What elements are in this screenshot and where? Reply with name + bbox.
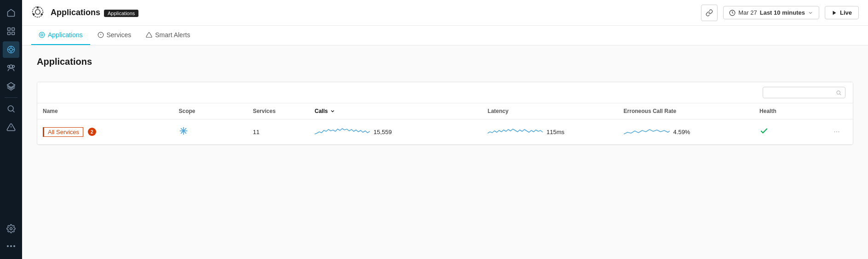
svg-line-35 — [839, 94, 840, 95]
calls-value: 15,559 — [374, 129, 392, 135]
svg-point-4 — [10, 48, 13, 51]
svg-point-20 — [10, 245, 12, 247]
more-icon[interactable] — [3, 238, 19, 254]
svg-point-21 — [13, 245, 15, 247]
svg-rect-3 — [12, 32, 15, 35]
svg-rect-2 — [8, 32, 11, 35]
tab-smart-alerts[interactable]: Smart Alerts — [138, 26, 197, 45]
nav-area: Applications Services Smart Alerts — [22, 26, 868, 45]
health-check-icon — [759, 128, 769, 137]
time-date: Mar 27 — [738, 9, 757, 16]
svg-rect-0 — [8, 28, 11, 31]
svg-point-19 — [7, 245, 9, 247]
agent-icon[interactable] — [3, 60, 19, 76]
cell-name: All Services 2 — [37, 119, 173, 145]
nav-tabs: Applications Services Smart Alerts — [31, 26, 859, 45]
table-header-row: Name Scope Services Calls — [37, 103, 853, 119]
row-more-button[interactable]: ··· — [834, 128, 839, 135]
tab-services[interactable]: Services — [90, 26, 139, 45]
cell-health — [754, 119, 828, 145]
page-header: Applications Applications Mar 27 Last 10… — [22, 0, 868, 26]
apps-tab-icon — [39, 32, 45, 38]
col-header-scope: Scope — [173, 103, 247, 119]
svg-point-30 — [39, 32, 45, 38]
svg-point-24 — [37, 6, 39, 8]
live-button[interactable]: Live — [825, 6, 859, 19]
tab-services-label: Services — [107, 31, 132, 39]
cell-services: 11 — [247, 119, 309, 145]
content-area: Applications Name S — [22, 45, 868, 259]
copy-link-button[interactable] — [701, 5, 718, 21]
applications-table-container: Name Scope Services Calls — [37, 82, 853, 145]
svg-line-15 — [13, 111, 15, 113]
svg-point-12 — [8, 65, 10, 68]
tab-applications[interactable]: Applications — [31, 26, 90, 45]
svg-point-26 — [33, 13, 34, 15]
sort-down-icon — [330, 108, 335, 114]
tab-smart-alerts-label: Smart Alerts — [155, 31, 190, 39]
table-row: All Services 2 — [37, 119, 853, 145]
search-box[interactable] — [763, 87, 845, 98]
layers-icon[interactable] — [3, 78, 19, 95]
settings-icon[interactable] — [3, 220, 19, 237]
latency-sparkline — [488, 125, 543, 139]
svg-point-18 — [10, 228, 12, 230]
page-title: Applications — [51, 8, 100, 17]
cell-latency: 115ms — [482, 119, 618, 145]
header-actions: Mar 27 Last 10 minutes Live — [701, 5, 859, 21]
ecr-sparkline — [624, 125, 670, 139]
svg-rect-1 — [12, 28, 15, 31]
search-input[interactable] — [767, 89, 833, 96]
cell-calls: 15,559 — [309, 119, 482, 145]
sidebar-divider — [5, 97, 17, 98]
services-tab-icon — [98, 32, 104, 38]
main-content: Applications Applications Mar 27 Last 10… — [22, 0, 868, 259]
table-header-bar — [37, 82, 853, 103]
latency-value: 115ms — [546, 129, 564, 135]
time-range-label: Last 10 minutes — [760, 9, 805, 16]
svg-point-11 — [12, 65, 15, 68]
applications-table: Name Scope Services Calls — [37, 103, 853, 145]
time-range-button[interactable]: Mar 27 Last 10 minutes — [723, 6, 819, 19]
header-tooltip: Applications — [104, 10, 138, 17]
cell-more: ··· — [828, 119, 853, 145]
col-header-services: Services — [247, 103, 309, 119]
svg-point-22 — [35, 9, 40, 14]
badge-number: 2 — [88, 128, 96, 136]
applications-icon[interactable] — [3, 41, 19, 58]
alerts-tab-icon — [146, 32, 152, 38]
alerts-icon[interactable] — [3, 119, 19, 135]
svg-point-29 — [41, 34, 43, 36]
all-services-link[interactable]: All Services — [43, 127, 83, 137]
col-header-ecr: Erroneous Call Rate — [618, 103, 754, 119]
svg-point-34 — [837, 90, 840, 94]
tab-applications-label: Applications — [48, 31, 83, 39]
cell-ecr: 4.59% — [618, 119, 754, 145]
svg-point-25 — [41, 13, 43, 15]
section-title: Applications — [37, 56, 92, 67]
home-icon[interactable] — [3, 5, 19, 21]
search-icon[interactable] — [3, 101, 19, 117]
col-header-health: Health — [754, 103, 828, 119]
ecr-value: 4.59% — [673, 129, 690, 135]
svg-point-14 — [8, 106, 13, 111]
live-label: Live — [840, 9, 852, 16]
calls-sparkline — [315, 125, 370, 139]
cell-scope — [173, 119, 247, 145]
col-header-more — [828, 103, 853, 119]
scope-icon — [179, 128, 188, 137]
col-header-latency: Latency — [482, 103, 618, 119]
sidebar-bottom — [3, 220, 19, 255]
col-header-name: Name — [37, 103, 173, 119]
sidebar — [0, 0, 22, 259]
app-logo-icon — [31, 6, 46, 20]
search-icon — [836, 90, 841, 96]
dashboard-icon[interactable] — [3, 23, 19, 39]
col-header-calls[interactable]: Calls — [309, 103, 482, 119]
svg-marker-28 — [833, 11, 836, 15]
